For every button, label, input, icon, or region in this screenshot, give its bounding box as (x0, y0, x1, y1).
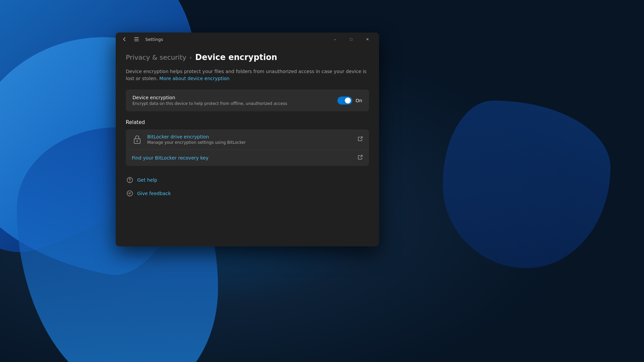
get-help-icon (126, 176, 134, 184)
close-button[interactable]: ✕ (360, 34, 375, 45)
back-button[interactable] (120, 35, 129, 44)
settings-window: Settings – □ ✕ Privacy & security › Devi… (116, 33, 379, 246)
links-section: Get help Give feedback (126, 174, 369, 199)
give-feedback-text: Give feedback (137, 191, 171, 196)
recovery-key-external-icon (358, 155, 363, 161)
give-feedback-icon (126, 189, 134, 197)
svg-point-3 (127, 191, 132, 196)
recovery-key-item[interactable]: Find your BitLocker recovery key (126, 150, 369, 166)
maximize-button[interactable]: □ (343, 34, 359, 45)
content-area: Privacy & security › Device encryption D… (116, 46, 379, 246)
breadcrumb: Privacy & security › Device encryption (126, 53, 369, 62)
give-feedback-link[interactable]: Give feedback (126, 187, 369, 199)
description-link[interactable]: More about device encryption (159, 76, 229, 81)
bitlocker-item-left: BitLocker drive encryption Manage your e… (132, 134, 246, 145)
title-bar: Settings – □ ✕ (116, 33, 379, 46)
description-text: Device encryption helps protect your fil… (126, 68, 369, 82)
wave-4 (443, 101, 610, 268)
encryption-card-text: Device encryption Encrypt data on this d… (132, 95, 337, 106)
bitlocker-subtitle: Manage your encryption settings using Bi… (147, 140, 246, 145)
bitlocker-external-icon (358, 136, 363, 143)
toggle-container: On (337, 97, 362, 105)
bitlocker-item[interactable]: BitLocker drive encryption Manage your e… (126, 129, 369, 150)
title-bar-left: Settings (120, 35, 327, 44)
get-help-text: Get help (137, 177, 157, 183)
menu-button[interactable] (132, 35, 141, 44)
window-title: Settings (145, 37, 163, 42)
minimize-button[interactable]: – (327, 34, 343, 45)
get-help-link[interactable]: Get help (126, 174, 369, 186)
toggle-label: On (356, 98, 362, 103)
bitlocker-text: BitLocker drive encryption Manage your e… (147, 134, 246, 145)
breadcrumb-current: Device encryption (195, 53, 277, 62)
related-section-title: Related (126, 119, 369, 125)
encryption-card-subtitle: Encrypt data on this device to help prot… (132, 101, 337, 106)
breadcrumb-parent[interactable]: Privacy & security (126, 53, 186, 61)
recovery-key-text: Find your BitLocker recovery key (132, 155, 209, 161)
bitlocker-icon (132, 134, 143, 145)
encryption-toggle[interactable] (337, 97, 352, 105)
related-card: BitLocker drive encryption Manage your e… (126, 129, 369, 166)
recovery-key-title: Find your BitLocker recovery key (132, 155, 209, 161)
recovery-key-item-left: Find your BitLocker recovery key (132, 155, 209, 161)
encryption-card-row: Device encryption Encrypt data on this d… (132, 95, 362, 106)
toggle-thumb (345, 98, 351, 104)
window-controls: – □ ✕ (327, 34, 375, 45)
bitlocker-title: BitLocker drive encryption (147, 134, 246, 139)
svg-point-1 (137, 140, 138, 142)
breadcrumb-separator: › (190, 54, 192, 61)
encryption-card: Device encryption Encrypt data on this d… (126, 89, 369, 111)
encryption-card-title: Device encryption (132, 95, 337, 100)
